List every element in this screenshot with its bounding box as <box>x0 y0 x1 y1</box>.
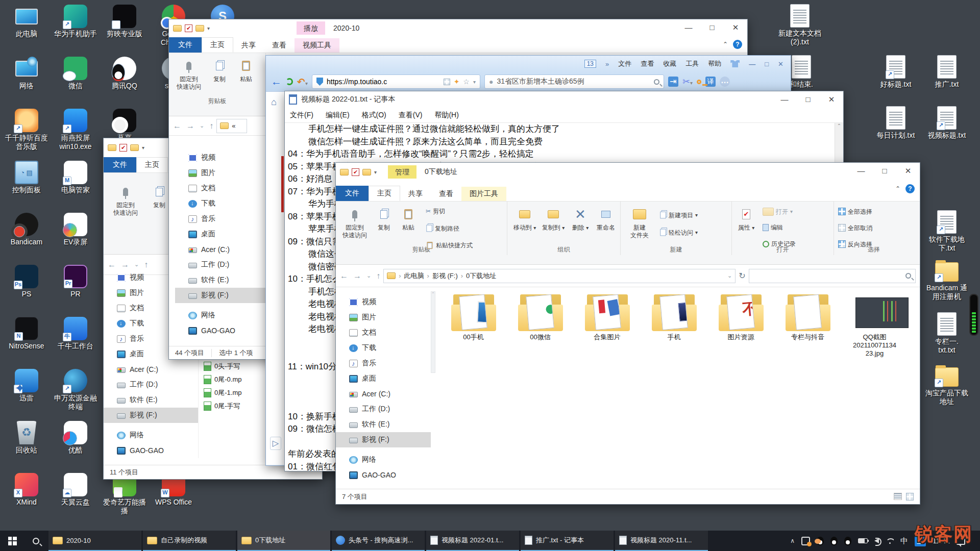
nav-item[interactable]: 软件 (E:) <box>336 417 431 432</box>
tab-share[interactable]: 共享 <box>233 38 264 53</box>
taskbar-window-button[interactable]: 头条号 - 搜狗高速浏... <box>332 531 425 551</box>
maximize-button[interactable]: □ <box>700 19 724 37</box>
menu-format[interactable]: 格式(O) <box>362 111 386 120</box>
taskbar-window-button[interactable]: 0下载地址 <box>237 531 330 551</box>
menu-overflow-icon[interactable]: » <box>605 60 609 68</box>
nav-item[interactable]: Acer (C:) <box>336 386 431 402</box>
desktop-icon-tuiguang[interactable]: 推广.txt <box>922 55 971 89</box>
nav-item[interactable]: 网络 <box>336 452 431 467</box>
tab-picture-tools[interactable]: 图片工具 <box>461 187 506 201</box>
select-all-button[interactable]: 全部选择 <box>838 208 872 215</box>
titlebar[interactable]: ✔ ▾ 管理 0下载地址 — □ ✕ <box>336 163 920 181</box>
nav-item[interactable]: 影视 (F:) <box>175 288 270 303</box>
paste-button[interactable]: 粘贴 <box>396 206 421 232</box>
desktop-icon[interactable]: 回收站 <box>2 418 51 470</box>
close-button[interactable]: ✕ <box>820 91 843 108</box>
nav-item[interactable]: 视频 <box>336 294 431 310</box>
url-bar[interactable]: https://mp.toutiao.c ✦ ☆ ▾ <box>312 74 480 89</box>
desktop-icon-zhuanlan[interactable]: 专栏一. txt.txt <box>922 312 971 355</box>
help-icon[interactable]: ? <box>733 40 742 49</box>
folder-icon[interactable] <box>173 25 182 32</box>
folder-item[interactable]: 合集图片 <box>574 291 641 358</box>
desktop-icon[interactable]: PR <box>51 262 100 314</box>
desktop-icon[interactable]: 微信 <box>51 54 100 106</box>
pin-to-quick-access-button[interactable]: 固定到快速访问 <box>110 183 141 217</box>
folder-icon[interactable] <box>130 144 139 151</box>
menu-view[interactable]: 查看 <box>641 59 654 68</box>
qq-tray-icon[interactable] <box>844 537 851 545</box>
more-options-icon[interactable]: … <box>720 77 730 87</box>
desktop-icon-taobao[interactable]: 淘宝产品下载 地址 <box>922 365 971 406</box>
invert-selection-button[interactable]: 反向选择 <box>838 240 872 248</box>
checkbox-icon[interactable]: ✔ <box>352 168 359 176</box>
titlebar[interactable]: ✔ ▾ 播放 2020-10 — □ ✕ <box>169 19 747 37</box>
menu-view[interactable]: 查看(V) <box>399 111 423 120</box>
easy-access-button[interactable]: 轻松访问▾ <box>659 228 698 237</box>
breadcrumb-drive-f[interactable]: 影视 (F:) <box>432 271 458 281</box>
qq-tray-icon[interactable] <box>817 537 824 545</box>
thumbnail-view-icon[interactable] <box>906 493 914 500</box>
desktop-icon[interactable]: 剪映专业版 <box>100 2 149 54</box>
qr-code-icon[interactable] <box>444 79 450 85</box>
nav-item[interactable]: 工作 (D:) <box>175 257 270 272</box>
tab-home[interactable]: 主页 <box>202 37 233 53</box>
nav-item[interactable]: 工作 (D:) <box>104 377 198 392</box>
screenshot-scissors-icon[interactable]: ✂▾ <box>682 76 693 87</box>
move-to-button[interactable]: 移动到 ▾ <box>510 206 539 232</box>
nav-item[interactable]: 软件 (E:) <box>175 272 270 288</box>
back-button[interactable]: ← <box>271 76 282 88</box>
folder-item[interactable]: 手机 <box>641 291 707 358</box>
nav-item[interactable]: 网络 <box>104 428 198 443</box>
tab-home[interactable]: 主页 <box>136 157 168 172</box>
chevron-down-icon[interactable]: ▾ <box>473 79 476 85</box>
ime-language-indicator[interactable]: 中 <box>900 536 908 546</box>
nav-item[interactable]: 音乐 <box>336 356 431 371</box>
nav-item[interactable]: 影视 (F:) <box>104 408 198 423</box>
desktop-icon[interactable]: 腾讯QQ <box>100 54 149 106</box>
menu-favorites[interactable]: 收藏 <box>663 59 676 68</box>
nav-item[interactable]: 下载 <box>175 196 270 211</box>
minimize-button[interactable]: — <box>749 60 755 68</box>
copy-to-button[interactable]: 复制到 ▾ <box>539 206 568 232</box>
menu-file[interactable]: 文件 <box>618 59 631 68</box>
desktop-icon[interactable]: 电脑管家 <box>51 158 100 210</box>
folder-item[interactable]: 图片资源 <box>707 291 774 358</box>
tab-file[interactable]: 文件 <box>336 186 369 201</box>
login-icon[interactable]: ⇥ <box>668 77 678 87</box>
file-area[interactable]: 00手机 00微信 合集图片 手机 图片资源 <box>440 291 916 358</box>
maximize-button[interactable]: □ <box>873 163 896 181</box>
minimize-button[interactable]: — <box>677 19 700 37</box>
refresh-icon[interactable] <box>286 78 293 85</box>
delete-button[interactable]: ✕ 删除 ▾ <box>569 206 592 232</box>
details-view-icon[interactable] <box>894 493 902 500</box>
copy-button[interactable]: 复制 <box>372 206 396 232</box>
desktop-icon[interactable]: Bandicam <box>2 210 51 262</box>
menu-help[interactable]: 帮助 <box>708 59 721 68</box>
favorite-star-icon[interactable]: ☆ <box>463 78 470 86</box>
close-button[interactable]: ✕ <box>724 19 747 37</box>
folder-icon[interactable] <box>340 169 349 176</box>
collapse-ribbon-icon[interactable]: ⌃ <box>723 41 728 48</box>
select-none-button[interactable]: 全部取消 <box>838 224 872 232</box>
tab-view[interactable]: 查看 <box>264 38 295 53</box>
context-tab-play[interactable]: 播放 <box>297 21 325 35</box>
desktop-icon[interactable]: NitroSense <box>2 314 51 366</box>
folder-item[interactable]: 专栏与抖音 <box>774 291 841 358</box>
desktop-icon[interactable]: 网络 <box>2 54 51 106</box>
search-box[interactable]: ● 31省区市新增本土确诊65例 <box>484 74 664 89</box>
menu-help[interactable]: 帮助(H) <box>434 111 458 120</box>
folder-item[interactable]: 00手机 <box>440 291 507 358</box>
sidebar-expand-icon[interactable]: ▷ <box>270 437 281 450</box>
desktop-icon[interactable]: 雨燕投屏 win10.exe <box>51 106 100 158</box>
desktop-icon[interactable]: 此电脑 <box>2 2 51 54</box>
desktop-icon-ruanjianxiazai[interactable]: 软件下载地 下.txt <box>922 210 971 253</box>
minimize-button[interactable]: — <box>849 163 873 181</box>
menu-tools[interactable]: 工具 <box>685 59 699 68</box>
close-button[interactable]: ✕ <box>778 60 783 68</box>
desktop-icon[interactable]: 千牛工作台 <box>51 314 100 366</box>
folder-item[interactable]: QQ截图 202110071134 23.jpg <box>841 291 908 358</box>
tab-share[interactable]: 共享 <box>400 187 431 201</box>
nav-scrollbar[interactable]: ⌃ <box>431 291 435 373</box>
maximize-button[interactable]: □ <box>796 91 820 108</box>
desktop-icon-meiri[interactable]: 每日计划.txt <box>871 106 920 140</box>
